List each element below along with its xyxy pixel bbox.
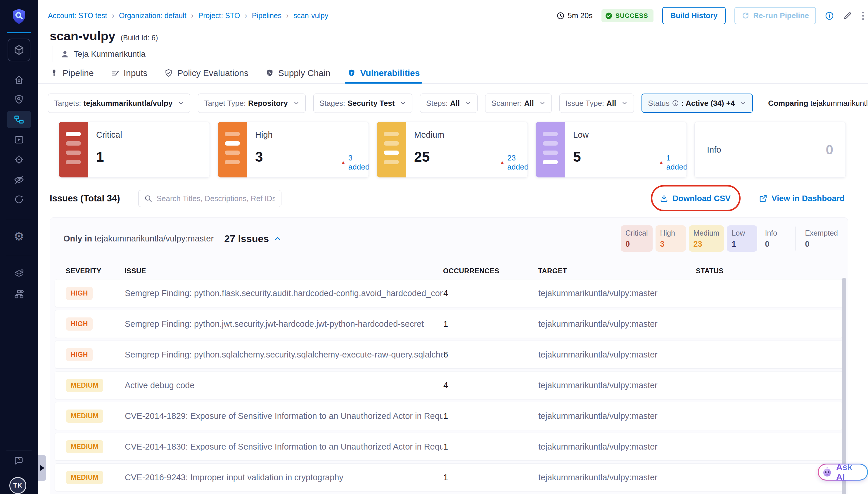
status-badge: SUCCESS bbox=[601, 10, 654, 22]
sto-logo[interactable] bbox=[0, 7, 38, 24]
executions-play-icon bbox=[14, 134, 24, 145]
occurrences: 1 bbox=[443, 473, 538, 482]
issue-title: CVE-2016-9243: Improper input validation… bbox=[125, 473, 443, 482]
table-scrollbar[interactable] bbox=[842, 278, 846, 494]
target: tejakummarikuntla/vulpy:master bbox=[538, 473, 696, 482]
rerun-pipeline-button[interactable]: Re-run Pipeline bbox=[734, 7, 816, 24]
search-input[interactable] bbox=[138, 190, 282, 207]
filter-stages[interactable]: Stages:Security Test bbox=[313, 94, 413, 113]
collapse-chevron-up-icon[interactable] bbox=[273, 234, 282, 243]
tab-vulnerabilities[interactable]: Vulnerabilities bbox=[347, 63, 420, 83]
table-row[interactable]: HIGH Semgrep Finding: python.sqlalchemy.… bbox=[55, 341, 843, 368]
home-icon bbox=[14, 75, 24, 85]
top-bar: Account: STO test› Organization: default… bbox=[48, 7, 865, 24]
card-label: Critical bbox=[96, 130, 210, 140]
table-row[interactable]: HIGH Semgrep Finding: python.jwt.securit… bbox=[55, 310, 843, 338]
edit-pencil-icon[interactable] bbox=[843, 11, 852, 20]
issues-toolbar: Issues (Total 34) Download CSV View in D… bbox=[50, 190, 845, 207]
breadcrumb-organization[interactable]: Organization: default bbox=[119, 12, 187, 20]
sidebar-item-executions[interactable] bbox=[0, 134, 38, 145]
low-meter-icon bbox=[536, 122, 565, 177]
info-icon[interactable] bbox=[825, 11, 834, 20]
badge-divider bbox=[795, 227, 795, 250]
breadcrumb-account[interactable]: Account: STO test bbox=[48, 12, 107, 20]
sidebar-item-home[interactable] bbox=[0, 75, 38, 85]
shield-magnifier-logo-icon bbox=[11, 7, 27, 24]
sidebar-item-getting-started[interactable] bbox=[0, 194, 38, 205]
execution-tabs: Pipeline Inputs Policy Evaluations Suppl… bbox=[38, 63, 868, 83]
sidebar-expand-handle[interactable] bbox=[38, 455, 46, 481]
sidebar-item-baselines[interactable] bbox=[0, 174, 38, 185]
view-in-dashboard-button[interactable]: View in Dashboard bbox=[759, 194, 845, 203]
card-label: Low bbox=[573, 130, 687, 140]
logo-divider bbox=[7, 32, 31, 33]
sidebar-item-default-settings[interactable] bbox=[0, 268, 38, 280]
breadcrumb-separator: › bbox=[286, 11, 289, 20]
check-circle-icon bbox=[605, 12, 613, 20]
card-value: 0 bbox=[826, 142, 833, 157]
table-row[interactable]: MEDIUM Active debug code 4 tejakummariku… bbox=[55, 371, 843, 399]
badge-info[interactable]: Info0 bbox=[760, 225, 791, 252]
table-row[interactable]: MEDIUM CVE-2016-9243: Improper input val… bbox=[55, 463, 843, 491]
severity-card-info: Info 0 bbox=[694, 121, 846, 178]
kebab-menu-icon[interactable] bbox=[861, 11, 865, 21]
badge-critical[interactable]: Critical0 bbox=[621, 225, 652, 252]
breadcrumb-current: scan-vulpy bbox=[293, 12, 328, 20]
filter-status[interactable]: Status : Active (34) +4 bbox=[641, 94, 753, 113]
table-row[interactable]: MEDIUM CVE-2014-1830: Exposure of Sensit… bbox=[55, 433, 843, 461]
module-selector-button[interactable] bbox=[7, 39, 31, 61]
filter-target-type[interactable]: Target Type:Repository bbox=[198, 94, 305, 113]
only-in-text: Only in tejakummarikuntla/vulpy:master bbox=[63, 234, 214, 244]
breadcrumb-project[interactable]: Project: STO bbox=[198, 12, 240, 20]
arc-progress-icon bbox=[14, 194, 24, 205]
card-value: 1 bbox=[96, 149, 104, 165]
card-label: Medium bbox=[414, 130, 527, 140]
filter-targets[interactable]: Targets:tejakummarikuntla/vulpy bbox=[48, 94, 190, 113]
severity-badge: MEDIUM bbox=[66, 410, 103, 423]
badge-medium[interactable]: Medium23 bbox=[689, 225, 724, 252]
tab-policy-evaluations[interactable]: Policy Evaluations bbox=[164, 63, 248, 83]
tab-pipeline[interactable]: Pipeline bbox=[50, 63, 94, 83]
sidebar-item-settings[interactable]: ⚙ bbox=[0, 230, 38, 242]
table-row[interactable]: MEDIUM CVE-2014-1829: Exposure of Sensit… bbox=[55, 402, 843, 430]
gear-icon: ⚙ bbox=[14, 230, 24, 242]
sidebar-item-pipelines-active[interactable] bbox=[7, 111, 31, 128]
badge-high[interactable]: High3 bbox=[656, 225, 686, 252]
filter-scanner[interactable]: Scanner:All bbox=[485, 94, 552, 113]
sidebar-item-org-structure[interactable] bbox=[0, 289, 38, 300]
filter-issue-type[interactable]: Issue Type:All bbox=[559, 94, 634, 113]
badge-low[interactable]: Low1 bbox=[727, 225, 757, 252]
search-icon bbox=[144, 194, 152, 203]
col-severity: SEVERITY bbox=[66, 267, 124, 275]
tab-supply-chain[interactable]: Supply Chain bbox=[265, 63, 330, 83]
sidebar-divider bbox=[6, 450, 32, 451]
header-actions: 5m 20s SUCCESS Build History Re-run Pipe… bbox=[557, 7, 865, 24]
occurrences: 4 bbox=[443, 288, 538, 298]
severity-badge: HIGH bbox=[66, 348, 93, 361]
tab-inputs[interactable]: Inputs bbox=[111, 63, 148, 83]
added-count: ▲3 added bbox=[341, 153, 369, 172]
table-row[interactable]: HIGH Semgrep Finding: python.flask.secur… bbox=[55, 279, 843, 307]
user-avatar[interactable]: TK bbox=[9, 477, 26, 494]
sidebar-item-scans[interactable] bbox=[0, 94, 38, 104]
severity-badge: MEDIUM bbox=[66, 440, 103, 453]
issue-count: 27 Issues bbox=[224, 233, 269, 244]
eye-off-icon bbox=[14, 174, 24, 185]
sidebar-item-targets[interactable] bbox=[0, 154, 38, 165]
filter-steps[interactable]: Steps:All bbox=[420, 94, 478, 113]
svg-text:?: ? bbox=[18, 457, 20, 462]
severity-badge: MEDIUM bbox=[66, 379, 103, 392]
badge-exempted[interactable]: Exempted0 bbox=[800, 225, 843, 252]
sidebar-item-help[interactable]: ? bbox=[0, 455, 38, 466]
download-csv-button[interactable]: Download CSV bbox=[660, 194, 731, 203]
build-history-button[interactable]: Build History bbox=[662, 7, 726, 24]
sidebar-divider bbox=[6, 255, 32, 255]
hierarchy-gear-icon bbox=[14, 289, 24, 300]
comparing-text: Comparing tejakummarikuntla/vulpy:master… bbox=[768, 99, 868, 108]
breadcrumb-pipelines[interactable]: Pipelines bbox=[252, 12, 282, 20]
breadcrumb: Account: STO test› Organization: default… bbox=[48, 11, 328, 20]
sidebar-divider bbox=[6, 220, 32, 220]
ask-ai-button[interactable]: Ask AI bbox=[818, 463, 868, 480]
chevron-down-icon bbox=[293, 100, 300, 107]
issues-total-title: Issues (Total 34) bbox=[50, 193, 120, 204]
